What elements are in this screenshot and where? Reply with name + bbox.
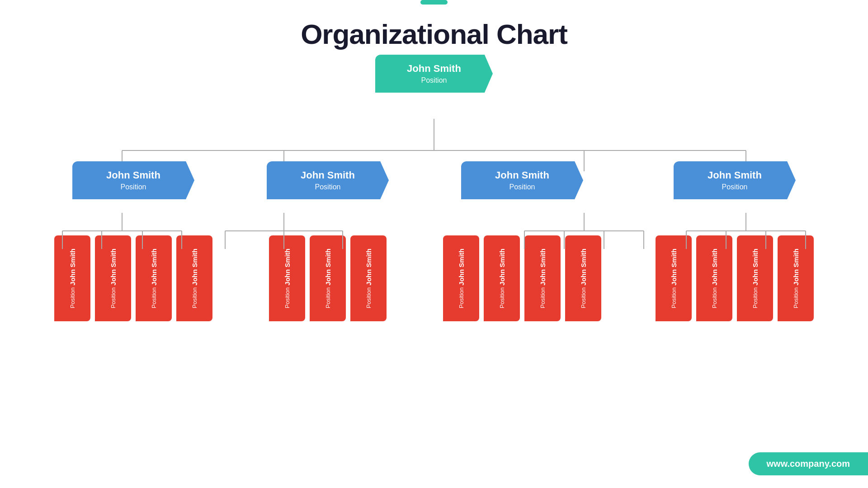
l2-node-2-3: John Smith Position	[350, 235, 387, 321]
l2-row-4: John Smith Position John Smith Position …	[656, 235, 814, 321]
l2-node-1-4: John Smith Position	[176, 235, 212, 321]
l2-node-1-1: John Smith Position	[54, 235, 90, 321]
l2-node-3-3: John Smith Position	[524, 235, 561, 321]
l2-node-3-2: John Smith Position	[484, 235, 520, 321]
l1-4-position: Position	[687, 183, 782, 191]
l1-1-position: Position	[86, 183, 181, 191]
l2-node-4-1: John Smith Position	[656, 235, 692, 321]
l2-node-4-3: John Smith Position	[737, 235, 773, 321]
footer-badge: www.company.com	[749, 452, 868, 475]
l2-node-3-4: John Smith Position	[565, 235, 601, 321]
l2-row-1: John Smith Position John Smith Position …	[54, 235, 212, 321]
org-chart: John Smith Position John Smith Position …	[27, 50, 841, 321]
l2-node-1-3: John Smith Position	[136, 235, 172, 321]
footer-url: www.company.com	[767, 459, 850, 469]
l2-node-2-2: John Smith Position	[310, 235, 346, 321]
l1-2-name: John Smith	[280, 169, 375, 181]
l1-node-3: John Smith Position	[461, 161, 583, 199]
l1-group-1: John Smith Position John Smith Position …	[54, 161, 212, 321]
l2-row-2: John Smith Position John Smith Position …	[269, 235, 387, 321]
l2-node-3-1: John Smith Position	[443, 235, 479, 321]
l1-group-3: John Smith Position John Smith Position …	[443, 161, 601, 321]
l1-group-4: John Smith Position John Smith Position …	[656, 161, 814, 321]
root-position: Position	[402, 76, 466, 84]
l1-node-4: John Smith Position	[674, 161, 796, 199]
l1-3-name: John Smith	[475, 169, 570, 181]
root-node: John Smith Position	[375, 55, 493, 93]
l1-1-name: John Smith	[86, 169, 181, 181]
l2-row-3: John Smith Position John Smith Position …	[443, 235, 601, 321]
l2-node-4-4: John Smith Position	[778, 235, 814, 321]
l1-2-position: Position	[280, 183, 375, 191]
top-accent	[420, 0, 448, 5]
l2-node-4-2: John Smith Position	[696, 235, 732, 321]
l1-node-2: John Smith Position	[267, 161, 389, 199]
l1-4-name: John Smith	[687, 169, 782, 181]
page-title: Organizational Chart	[0, 0, 868, 50]
l2-node-1-2: John Smith Position	[95, 235, 131, 321]
root-name: John Smith	[402, 63, 466, 75]
l1-group-2: John Smith Position John Smith Position …	[267, 161, 389, 321]
l1-node-1: John Smith Position	[72, 161, 194, 199]
l2-node-2-1: John Smith Position	[269, 235, 305, 321]
l1-3-position: Position	[475, 183, 570, 191]
